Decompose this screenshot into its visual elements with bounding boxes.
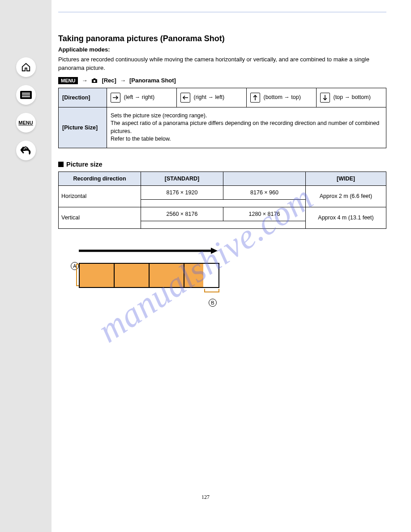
arrow-icon: →	[120, 77, 126, 84]
sidebar: MENU	[0, 0, 51, 532]
frames	[79, 263, 218, 288]
frame-3	[149, 263, 184, 288]
arrow-left-icon	[180, 93, 190, 103]
frame-2	[114, 263, 150, 288]
col-standard: [STANDARD]	[141, 172, 223, 185]
rec-label: [Rec]	[102, 77, 116, 84]
dir-left-text: (right → left)	[193, 94, 224, 100]
picsize-label: [Picture Size]	[59, 107, 107, 148]
row-horizontal: Horizontal	[59, 185, 141, 207]
arrow-up-icon	[250, 93, 260, 103]
page-content: 6. Stabilizer, Zoom and Flash Taking pan…	[58, 0, 386, 337]
menu-button[interactable]: MENU	[16, 113, 36, 133]
row-vertical: Vertical	[59, 207, 141, 228]
h-size: Approx 2 m (6.6 feet)	[306, 185, 386, 207]
dir-up: (bottom → top)	[247, 88, 317, 107]
label-b-text: B	[209, 299, 217, 307]
dir-down-text: (top → bottom)	[333, 94, 370, 100]
dir-left: (right → left)	[177, 88, 247, 107]
camera-icon	[91, 77, 98, 84]
v-size: Approx 4 m (13.1 feet)	[306, 207, 386, 228]
frame-4	[184, 263, 219, 288]
col-wide-px	[223, 172, 306, 185]
h-wide-px: 8176 × 960	[223, 185, 306, 199]
picsize-desc: Sets the picture size (recording range).…	[107, 107, 386, 148]
picture-size-table: Recording direction [STANDARD] [WIDE] Ho…	[58, 172, 386, 229]
arrow-down-icon	[320, 93, 330, 103]
col-direction: Recording direction	[59, 172, 141, 185]
home-icon[interactable]	[16, 57, 36, 77]
dir-right-text: (left → right)	[124, 94, 154, 100]
header-divider	[58, 12, 386, 13]
menu-path: MENU → [Rec] → [Panorama Shot]	[58, 77, 386, 84]
frame-1	[79, 263, 115, 288]
arrow-right-icon	[111, 93, 120, 103]
label-b: B	[209, 299, 217, 307]
svg-marker-6	[211, 248, 218, 254]
intro-text: Pictures are recorded continuously while…	[58, 56, 386, 73]
dir-right: (left → right)	[107, 88, 177, 107]
v-std-px: 2560 × 8176	[141, 207, 223, 221]
dir-down: (top → bottom)	[317, 88, 386, 107]
panorama-diagram: A B	[58, 248, 237, 337]
subhead-text: Picture size	[66, 161, 103, 168]
page-title: Taking panorama pictures (Panorama Shot)	[58, 34, 386, 43]
item-label: [Panorama Shot]	[129, 77, 176, 84]
arrow-icon: →	[81, 77, 87, 84]
back-icon[interactable]	[16, 141, 36, 160]
direction-arrow-icon	[79, 248, 218, 254]
menu-badge: MENU	[58, 77, 78, 84]
page-number: 127	[201, 494, 210, 501]
col-wide: [WIDE]	[306, 172, 386, 185]
picture-size-heading: Picture size	[58, 161, 386, 168]
h-spacer	[141, 199, 306, 207]
list-icon[interactable]	[16, 85, 36, 105]
svg-point-4	[94, 80, 96, 82]
modes-prefix: Applicable modes:	[58, 46, 110, 53]
applicable-modes: Applicable modes:	[58, 46, 386, 53]
h-std-px: 8176 × 1920	[141, 185, 223, 199]
bracket-b	[204, 289, 219, 292]
v-wide-px: 1280 × 8176	[223, 207, 306, 221]
settings-table: [Direction] (left → right) (right → left…	[58, 88, 386, 148]
dir-up-text: (bottom → top)	[263, 94, 300, 100]
direction-label: [Direction]	[59, 88, 107, 107]
v-spacer	[141, 221, 306, 228]
